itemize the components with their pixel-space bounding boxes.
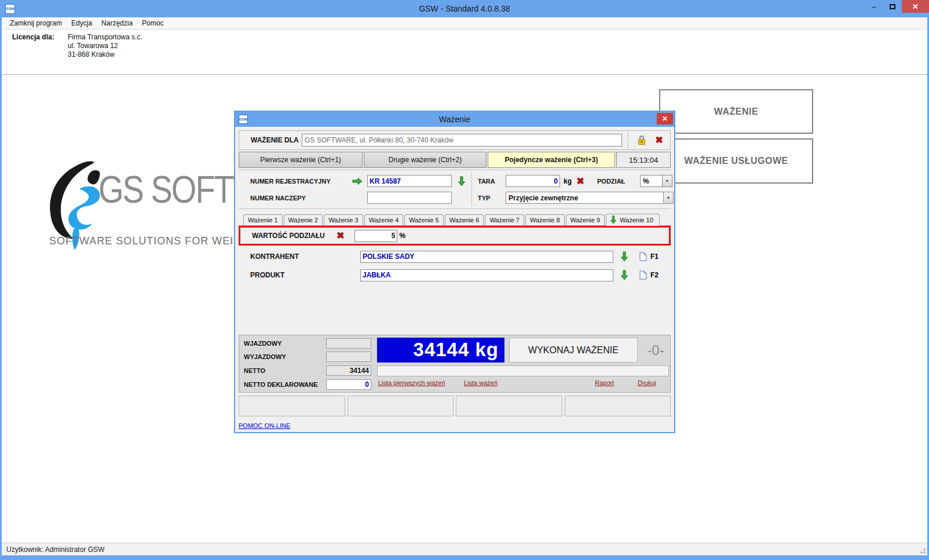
produkt-input[interactable] bbox=[360, 269, 613, 281]
green-down-arrow-icon[interactable] bbox=[613, 251, 635, 262]
resize-grip[interactable] bbox=[919, 547, 926, 554]
trailer-input[interactable] bbox=[367, 192, 452, 204]
menu-bar: Zamknij program Edycja Narzędzia Pomoc bbox=[2, 17, 927, 30]
division-value-row-highlighted: WARTOŚĆ PODZIAŁU ✖ % bbox=[239, 226, 671, 246]
dialog-titlebar[interactable]: GSW Ważenie ✕ bbox=[235, 112, 674, 127]
dialog-bottom-group: WJAZDOWY WYJAZDOWY NETTO NETTO DEKLAROWA… bbox=[239, 335, 671, 429]
license-panel: Licencja dla: Firma Transportowa s.c. ul… bbox=[2, 30, 927, 75]
window-controls: – ✕ bbox=[865, 0, 929, 17]
dialog-content: WAŻENIE DLA ✖ Pierwsze ważenie (Ctrl+ bbox=[235, 127, 674, 432]
tara-unit-label: kg bbox=[564, 177, 572, 185]
registration-row: NUMER REJESTRACYJNY bbox=[250, 173, 471, 189]
clear-tara-icon[interactable]: ✖ bbox=[572, 174, 589, 188]
status-bar: Użytkownik: Administrator GSW bbox=[2, 543, 927, 555]
dropdown-arrow-icon[interactable]: ▼ bbox=[663, 192, 673, 203]
license-line-street: ul. Towarowa 12 bbox=[68, 42, 142, 50]
tara-row: TARA kg ✖ PODZIAŁ % ▼ bbox=[478, 173, 674, 189]
red-cross-icon: ✖ bbox=[576, 177, 584, 186]
dialog-close-button[interactable]: ✕ bbox=[657, 113, 673, 125]
podzial-label: PODZIAŁ bbox=[597, 178, 639, 185]
wyjazdowy-label: WYJAZDOWY bbox=[244, 353, 286, 360]
maximize-icon bbox=[890, 4, 895, 9]
menu-pomoc[interactable]: Pomoc bbox=[137, 18, 168, 28]
maximize-button[interactable] bbox=[883, 0, 902, 13]
empty-button-4[interactable] bbox=[565, 396, 671, 416]
typ-dropdown[interactable]: Przyjęcie zewnętrzne ▼ bbox=[506, 192, 674, 204]
typ-row: TYP Przyjęcie zewnętrzne ▼ bbox=[478, 189, 674, 206]
podzial-dropdown[interactable]: % ▼ bbox=[640, 175, 672, 187]
license-line-city: 31-868 Kraków bbox=[68, 50, 142, 59]
wazenie-dla-input[interactable] bbox=[302, 134, 622, 147]
tab-wazenie-8[interactable]: Ważenie 8 bbox=[525, 214, 565, 225]
tab-wazenie-6[interactable]: Ważenie 6 bbox=[445, 214, 484, 225]
tara-input[interactable] bbox=[506, 175, 560, 187]
wazenie-tabstrip: Ważenie 1 Ważenie 2 Ważenie 3 Ważenie 4 … bbox=[239, 214, 671, 226]
produkt-label: PRODUKT bbox=[250, 271, 360, 279]
tab-wazenie-4[interactable]: Ważenie 4 bbox=[364, 214, 404, 225]
division-label: WARTOŚĆ PODZIAŁU bbox=[240, 232, 337, 240]
green-down-arrow-icon[interactable] bbox=[613, 270, 635, 280]
wazenie-home-button[interactable]: WAŻENIE bbox=[659, 89, 813, 134]
clear-division-icon[interactable]: ✖ bbox=[337, 231, 344, 240]
single-weighing-button[interactable]: Pojedyncze ważenie (Ctrl+3) bbox=[488, 152, 615, 168]
netto-deklarowane-label: NETTO DEKLAROWANE bbox=[244, 381, 318, 388]
tab-wazenie-3[interactable]: Ważenie 3 bbox=[324, 214, 363, 225]
kontrahent-input[interactable] bbox=[360, 251, 613, 263]
clear-contractor-icon[interactable]: ✖ bbox=[650, 133, 668, 147]
typ-label: TYP bbox=[478, 195, 506, 202]
close-button[interactable]: ✕ bbox=[902, 0, 929, 13]
tab-wazenie-5[interactable]: Ważenie 5 bbox=[404, 214, 444, 225]
raport-link[interactable]: Raport bbox=[595, 379, 614, 386]
document-icon[interactable] bbox=[635, 252, 650, 261]
drukuj-link[interactable]: Drukuj bbox=[638, 379, 656, 386]
red-cross-icon: ✖ bbox=[655, 136, 663, 145]
empty-button-3[interactable] bbox=[456, 396, 562, 416]
empty-button-2[interactable] bbox=[348, 396, 454, 416]
empty-button-1[interactable] bbox=[239, 396, 345, 416]
division-input[interactable] bbox=[354, 230, 397, 242]
tab-wazenie-9[interactable]: Ważenie 9 bbox=[566, 214, 605, 225]
tab-wazenie-2[interactable]: Ważenie 2 bbox=[284, 214, 323, 225]
wazenie-dla-label: WAŻENIE DLA bbox=[242, 136, 302, 144]
registration-input[interactable] bbox=[367, 175, 452, 187]
tab-wazenie-10[interactable]: Ważenie 10 bbox=[606, 214, 660, 226]
division-unit-label: % bbox=[399, 232, 405, 240]
podzial-value: % bbox=[641, 177, 662, 185]
wyjazdowy-field bbox=[326, 352, 371, 362]
kontrahent-label: KONTRAHENT bbox=[250, 252, 360, 261]
license-label: Licencja dla: bbox=[12, 33, 68, 74]
fields-right: TARA kg ✖ PODZIAŁ % ▼ TYP bbox=[471, 173, 674, 206]
wjazdowy-field bbox=[326, 338, 371, 349]
wazenie-dialog: GSW Ważenie ✕ WAŻENIE DLA bbox=[234, 111, 675, 433]
lista-pierwszych-wazen-link[interactable]: Lista pierwszych ważeń bbox=[378, 379, 445, 386]
wazenie-uslugowe-home-button[interactable]: WAŻENIE USŁUGOWE bbox=[659, 138, 813, 184]
wykonaj-wazenie-button[interactable]: WYKONAJ WAŻENIE bbox=[509, 338, 638, 363]
tab-wazenie-7[interactable]: Ważenie 7 bbox=[485, 214, 524, 225]
main-client-area: GS SOFTWARE SOFTWARE SOLUTIONS FOR WEIGH… bbox=[2, 75, 927, 543]
second-weighing-button[interactable]: Drugie ważenie (Ctrl+2) bbox=[364, 152, 487, 168]
help-row: POMOC ON-LINE bbox=[239, 420, 671, 429]
netto-deklarowane-input[interactable]: 0 bbox=[326, 379, 371, 390]
menu-edycja[interactable]: Edycja bbox=[67, 18, 97, 28]
first-weighing-button[interactable]: Pierwsze ważenie (Ctrl+1) bbox=[239, 152, 363, 168]
produkt-row: PRODUKT F2 bbox=[239, 268, 671, 283]
zero-indicator: -0- bbox=[642, 338, 669, 363]
dropdown-arrow-icon[interactable]: ▼ bbox=[662, 175, 672, 186]
main-titlebar: GSW GSW - Standard 4.0.8.38 – ✕ bbox=[0, 0, 929, 17]
minimize-button[interactable]: – bbox=[865, 0, 883, 13]
menu-zamknij-program[interactable]: Zamknij program bbox=[5, 18, 67, 28]
green-down-arrow-icon[interactable] bbox=[452, 176, 471, 186]
tab-wazenie-1[interactable]: Ważenie 1 bbox=[243, 214, 283, 225]
pomoc-online-link[interactable]: POMOC ON-LINE bbox=[239, 422, 290, 429]
bottom-buttons-row bbox=[239, 396, 671, 416]
menu-narzedzia[interactable]: Narzędzia bbox=[97, 18, 137, 28]
app-icon: GSW bbox=[5, 4, 15, 14]
lista-wazen-link[interactable]: Lista ważeń bbox=[464, 379, 498, 386]
typ-value: Przyjęcie zewnętrzne bbox=[506, 194, 663, 202]
weighing-mode-row: Pierwsze ważenie (Ctrl+1) Drugie ważenie… bbox=[239, 152, 671, 168]
tara-label: TARA bbox=[478, 178, 506, 185]
document-icon[interactable] bbox=[635, 270, 650, 280]
dialog-title: Ważenie bbox=[235, 115, 674, 124]
produkt-fkey-label: F2 bbox=[650, 271, 659, 279]
lock-icon[interactable] bbox=[633, 133, 650, 147]
